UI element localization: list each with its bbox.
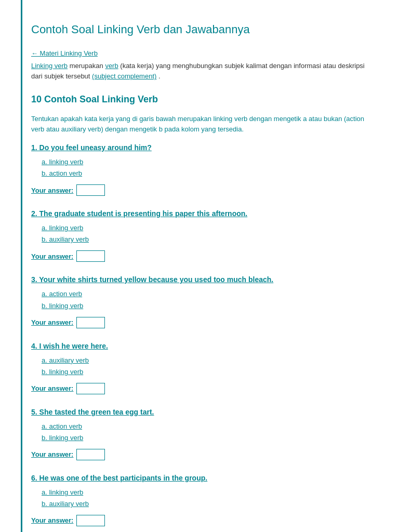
verb-link[interactable]: verb xyxy=(105,62,118,70)
left-border xyxy=(21,0,22,532)
question-title-6: 6. He was one of the best participants i… xyxy=(31,473,368,484)
intro-text3: . xyxy=(158,72,161,80)
question-1-option-2: b. action verb xyxy=(42,168,368,179)
page-title: Contoh Soal Linking Verb dan Jawabannya xyxy=(31,21,368,38)
answer-input-4[interactable] xyxy=(76,383,105,394)
question-title-5: 5. She tasted the green tea egg tart. xyxy=(31,407,368,418)
question-title-1: 1. Do you feel uneasy around him? xyxy=(31,142,368,153)
question-5-option-1: a. action verb xyxy=(42,421,368,432)
answer-row-4: Your answer: xyxy=(31,383,368,394)
question-block-6: 6. He was one of the best participants i… xyxy=(31,473,368,526)
question-6-option-2: b. auxiliary verb xyxy=(42,498,368,510)
answer-input-6[interactable] xyxy=(76,515,105,526)
question-block-5: 5. She tasted the green tea egg tart.a. … xyxy=(31,407,368,460)
answer-input-3[interactable] xyxy=(76,317,105,328)
section-title: 10 Contoh Soal Linking Verb xyxy=(31,92,368,109)
answer-label-4: Your answer: xyxy=(31,383,73,394)
question-4-option-1: a. auxiliary verb xyxy=(42,355,368,366)
answer-row-2: Your answer: xyxy=(31,250,368,262)
questions-container: 1. Do you feel uneasy around him?a. link… xyxy=(31,142,368,532)
question-title-3: 3. Your white shirts turned yellow becau… xyxy=(31,274,368,285)
question-block-3: 3. Your white shirts turned yellow becau… xyxy=(31,274,368,328)
answer-label-3: Your answer: xyxy=(31,317,73,328)
question-block-1: 1. Do you feel uneasy around him?a. link… xyxy=(31,142,368,196)
instruction-text: Tentukan apakah kata kerja yang di garis… xyxy=(31,115,364,133)
question-block-4: 4. I wish he were here.a. auxiliary verb… xyxy=(31,341,368,394)
instruction: Tentukan apakah kata kerja yang di garis… xyxy=(31,114,368,134)
answer-row-3: Your answer: xyxy=(31,317,368,328)
question-title-2: 2. The graduate student is presenting hi… xyxy=(31,208,368,219)
answer-label-6: Your answer: xyxy=(31,515,73,526)
question-4-option-2: b. linking verb xyxy=(42,366,368,378)
question-title-4: 4. I wish he were here. xyxy=(31,341,368,352)
question-block-2: 2. The graduate student is presenting hi… xyxy=(31,208,368,262)
answer-row-6: Your answer: xyxy=(31,515,368,526)
question-6-option-1: a. linking verb xyxy=(42,487,368,498)
linking-verb-link[interactable]: Linking verb xyxy=(31,62,68,70)
question-2-option-2: b. auxiliary verb xyxy=(42,234,368,245)
answer-input-5[interactable] xyxy=(76,449,105,460)
question-1-option-1: a. linking verb xyxy=(42,156,368,168)
question-2-option-1: a. linking verb xyxy=(42,222,368,234)
answer-input-2[interactable] xyxy=(76,250,105,262)
answer-label-1: Your answer: xyxy=(31,185,73,196)
question-5-option-2: b. linking verb xyxy=(42,432,368,444)
intro-text: Linking verb merupakan verb (kata kerja)… xyxy=(31,61,368,83)
question-3-option-2: b. linking verb xyxy=(42,300,368,312)
intro-text1: merupakan xyxy=(70,62,105,70)
subject-complement-link[interactable]: (subject complement) xyxy=(92,72,156,80)
answer-row-5: Your answer: xyxy=(31,449,368,460)
answer-row-1: Your answer: xyxy=(31,184,368,196)
back-link[interactable]: ← Materi Linking Verb xyxy=(31,48,368,59)
question-3-option-1: a. action verb xyxy=(42,288,368,300)
answer-input-1[interactable] xyxy=(76,184,105,196)
answer-label-2: Your answer: xyxy=(31,251,73,262)
answer-label-5: Your answer: xyxy=(31,449,73,460)
